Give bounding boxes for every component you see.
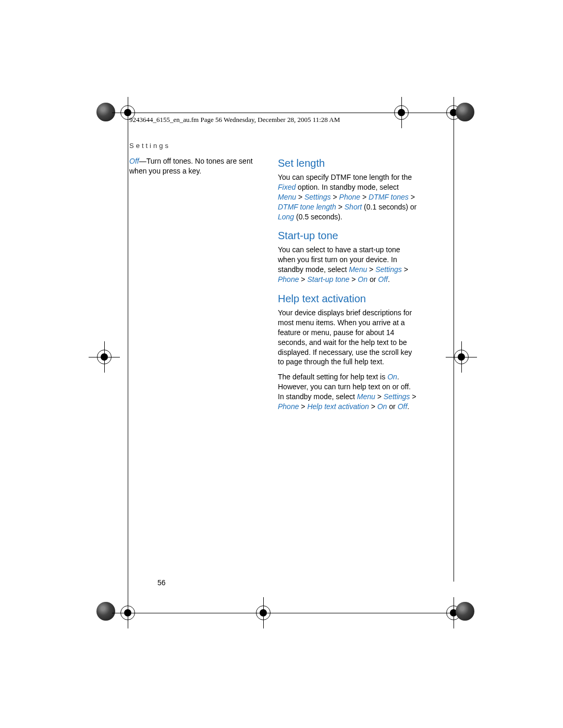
- heading-startup-tone: Start-up tone: [278, 229, 419, 243]
- menu-path: Menu: [349, 265, 367, 274]
- crop-line: [279, 613, 438, 613]
- menu-path: Help text activation: [307, 402, 369, 411]
- menu-path: Start-up tone: [307, 275, 349, 283]
- body-text: —Turn off tones. No tones are sent when …: [129, 157, 253, 175]
- menu-path: DTMF tones: [369, 193, 409, 201]
- crop-line: [128, 581, 128, 598]
- menu-path: Menu: [357, 392, 375, 401]
- body-text: You can select to have a start-up tone w…: [278, 245, 419, 285]
- menu-path: Short: [345, 203, 362, 211]
- menu-path: Long: [278, 213, 294, 221]
- crop-mark: [112, 597, 143, 628]
- menu-path: Off: [378, 275, 388, 283]
- section-label: Settings: [129, 142, 170, 150]
- crop-mark: [89, 341, 120, 373]
- left-column: Off—Turn off tones. No tones are sent wh…: [129, 156, 262, 417]
- menu-path: Menu: [278, 193, 296, 201]
- menu-path: Phone: [339, 193, 360, 201]
- heading-set-length: Set length: [278, 156, 419, 170]
- menu-path: On: [377, 402, 387, 411]
- body-text: You can specify DTMF tone length for the…: [278, 172, 419, 221]
- crop-sphere: [456, 103, 474, 121]
- crop-sphere: [456, 602, 474, 621]
- menu-path: On: [358, 275, 368, 283]
- crop-mark: [386, 97, 417, 128]
- crop-line: [143, 113, 386, 113]
- page-number: 56: [157, 578, 166, 587]
- menu-term: On: [387, 373, 397, 381]
- crop-mark: [446, 341, 477, 373]
- page-header: 9243644_6155_en_au.fm Page 56 Wednesday,…: [129, 116, 340, 124]
- crop-line: [143, 613, 248, 613]
- menu-path: Settings: [304, 193, 331, 201]
- menu-path: Phone: [278, 402, 299, 411]
- menu-path: Settings: [384, 392, 410, 401]
- menu-term: Off: [129, 157, 139, 165]
- content-area: Off—Turn off tones. No tones are sent wh…: [129, 156, 421, 417]
- menu-path: Settings: [375, 265, 402, 274]
- crop-line: [417, 113, 438, 113]
- menu-path: DTMF tone length: [278, 203, 336, 211]
- menu-path: Off: [398, 402, 408, 411]
- crop-mark: [248, 597, 279, 628]
- body-text: Your device displays brief descriptions …: [278, 308, 419, 367]
- menu-path: Phone: [278, 275, 299, 283]
- body-text: Off—Turn off tones. No tones are sent wh…: [129, 156, 262, 176]
- heading-help-text: Help text activation: [278, 292, 419, 306]
- menu-term: Fixed: [278, 183, 296, 191]
- crop-line: [128, 128, 128, 582]
- body-text: The default setting for help text is On.…: [278, 372, 419, 412]
- right-column: Set length You can specify DTMF tone len…: [278, 156, 419, 417]
